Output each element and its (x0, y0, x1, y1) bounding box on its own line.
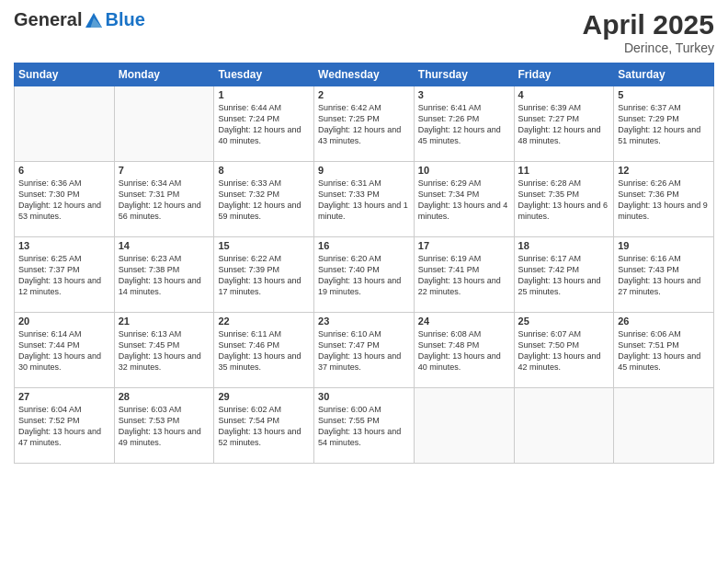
day-number: 19 (618, 240, 710, 251)
calendar-cell: 2Sunrise: 6:42 AM Sunset: 7:25 PM Daylig… (314, 86, 415, 162)
logo-general: General (14, 9, 82, 30)
day-info: Sunrise: 6:03 AM Sunset: 7:53 PM Dayligh… (119, 404, 210, 449)
day-number: 12 (618, 165, 710, 176)
day-info: Sunrise: 6:39 AM Sunset: 7:27 PM Dayligh… (518, 102, 610, 147)
column-header-monday: Monday (114, 63, 214, 86)
day-info: Sunrise: 6:41 AM Sunset: 7:26 PM Dayligh… (418, 102, 510, 147)
day-number: 28 (119, 391, 210, 402)
day-info: Sunrise: 6:02 AM Sunset: 7:54 PM Dayligh… (218, 404, 310, 449)
column-header-tuesday: Tuesday (214, 63, 314, 86)
day-number: 5 (618, 89, 710, 100)
logo-text: GeneralBlue (14, 9, 145, 30)
calendar-cell: 23Sunrise: 6:10 AM Sunset: 7:47 PM Dayli… (314, 313, 415, 388)
day-info: Sunrise: 6:28 AM Sunset: 7:35 PM Dayligh… (518, 178, 610, 223)
day-info: Sunrise: 6:04 AM Sunset: 7:52 PM Dayligh… (18, 404, 110, 449)
calendar-cell: 15Sunrise: 6:22 AM Sunset: 7:39 PM Dayli… (214, 237, 314, 313)
calendar-cell: 19Sunrise: 6:16 AM Sunset: 7:43 PM Dayli… (614, 237, 714, 313)
calendar-cell (114, 86, 214, 162)
day-number: 1 (218, 89, 310, 100)
calendar-cell: 17Sunrise: 6:19 AM Sunset: 7:41 PM Dayli… (414, 237, 514, 313)
calendar-cell (15, 86, 115, 162)
day-info: Sunrise: 6:20 AM Sunset: 7:40 PM Dayligh… (318, 253, 410, 298)
calendar-cell: 13Sunrise: 6:25 AM Sunset: 7:37 PM Dayli… (15, 237, 115, 313)
day-info: Sunrise: 6:23 AM Sunset: 7:38 PM Dayligh… (119, 253, 210, 298)
day-number: 3 (418, 89, 510, 100)
day-number: 14 (119, 240, 210, 251)
week-row-3: 13Sunrise: 6:25 AM Sunset: 7:37 PM Dayli… (15, 237, 714, 313)
calendar-cell: 7Sunrise: 6:34 AM Sunset: 7:31 PM Daylig… (114, 162, 214, 237)
day-number: 30 (318, 391, 410, 402)
day-number: 26 (618, 316, 710, 327)
column-header-saturday: Saturday (614, 63, 714, 86)
logo: GeneralBlue (14, 9, 145, 30)
day-info: Sunrise: 6:22 AM Sunset: 7:39 PM Dayligh… (218, 253, 310, 298)
day-number: 20 (18, 316, 110, 327)
calendar-cell: 16Sunrise: 6:20 AM Sunset: 7:40 PM Dayli… (314, 237, 415, 313)
calendar-cell: 4Sunrise: 6:39 AM Sunset: 7:27 PM Daylig… (514, 86, 614, 162)
column-header-wednesday: Wednesday (314, 63, 415, 86)
day-info: Sunrise: 6:29 AM Sunset: 7:34 PM Dayligh… (418, 178, 510, 223)
day-number: 11 (518, 165, 610, 176)
calendar-cell: 1Sunrise: 6:44 AM Sunset: 7:24 PM Daylig… (214, 86, 314, 162)
day-info: Sunrise: 6:16 AM Sunset: 7:43 PM Dayligh… (618, 253, 710, 298)
calendar-cell: 3Sunrise: 6:41 AM Sunset: 7:26 PM Daylig… (414, 86, 514, 162)
day-number: 9 (318, 165, 410, 176)
day-info: Sunrise: 6:07 AM Sunset: 7:50 PM Dayligh… (518, 328, 610, 373)
day-info: Sunrise: 6:13 AM Sunset: 7:45 PM Dayligh… (119, 328, 210, 373)
day-number: 25 (518, 316, 610, 327)
column-header-sunday: Sunday (15, 63, 115, 86)
week-row-4: 20Sunrise: 6:14 AM Sunset: 7:44 PM Dayli… (15, 313, 714, 388)
day-info: Sunrise: 6:26 AM Sunset: 7:36 PM Dayligh… (618, 178, 710, 223)
calendar-cell (514, 388, 614, 464)
day-info: Sunrise: 6:00 AM Sunset: 7:55 PM Dayligh… (318, 404, 410, 449)
week-row-2: 6Sunrise: 6:36 AM Sunset: 7:30 PM Daylig… (15, 162, 714, 237)
day-number: 18 (518, 240, 610, 251)
day-info: Sunrise: 6:44 AM Sunset: 7:24 PM Dayligh… (218, 102, 310, 147)
header: GeneralBlue April 2025 Derince, Turkey (14, 9, 714, 55)
calendar-cell: 14Sunrise: 6:23 AM Sunset: 7:38 PM Dayli… (114, 237, 214, 313)
title-block: April 2025 Derince, Turkey (583, 9, 714, 55)
calendar: SundayMondayTuesdayWednesdayThursdayFrid… (14, 63, 714, 464)
day-number: 10 (418, 165, 510, 176)
calendar-cell: 27Sunrise: 6:04 AM Sunset: 7:52 PM Dayli… (15, 388, 115, 464)
day-number: 8 (218, 165, 310, 176)
day-info: Sunrise: 6:19 AM Sunset: 7:41 PM Dayligh… (418, 253, 510, 298)
day-info: Sunrise: 6:36 AM Sunset: 7:30 PM Dayligh… (18, 178, 110, 223)
day-info: Sunrise: 6:17 AM Sunset: 7:42 PM Dayligh… (518, 253, 610, 298)
calendar-cell: 10Sunrise: 6:29 AM Sunset: 7:34 PM Dayli… (414, 162, 514, 237)
day-info: Sunrise: 6:34 AM Sunset: 7:31 PM Dayligh… (119, 178, 210, 223)
day-number: 22 (218, 316, 310, 327)
calendar-cell: 6Sunrise: 6:36 AM Sunset: 7:30 PM Daylig… (15, 162, 115, 237)
calendar-cell: 30Sunrise: 6:00 AM Sunset: 7:55 PM Dayli… (314, 388, 415, 464)
day-info: Sunrise: 6:37 AM Sunset: 7:29 PM Dayligh… (618, 102, 710, 147)
calendar-cell: 26Sunrise: 6:06 AM Sunset: 7:51 PM Dayli… (614, 313, 714, 388)
calendar-cell (614, 388, 714, 464)
calendar-cell: 24Sunrise: 6:08 AM Sunset: 7:48 PM Dayli… (414, 313, 514, 388)
column-header-friday: Friday (514, 63, 614, 86)
calendar-cell: 5Sunrise: 6:37 AM Sunset: 7:29 PM Daylig… (614, 86, 714, 162)
calendar-cell: 18Sunrise: 6:17 AM Sunset: 7:42 PM Dayli… (514, 237, 614, 313)
logo-blue: Blue (105, 9, 144, 30)
calendar-cell: 9Sunrise: 6:31 AM Sunset: 7:33 PM Daylig… (314, 162, 415, 237)
day-number: 7 (119, 165, 210, 176)
day-number: 17 (418, 240, 510, 251)
day-info: Sunrise: 6:33 AM Sunset: 7:32 PM Dayligh… (218, 178, 310, 223)
column-header-thursday: Thursday (414, 63, 514, 86)
day-number: 23 (318, 316, 410, 327)
calendar-cell: 28Sunrise: 6:03 AM Sunset: 7:53 PM Dayli… (114, 388, 214, 464)
day-number: 4 (518, 89, 610, 100)
calendar-cell: 22Sunrise: 6:11 AM Sunset: 7:46 PM Dayli… (214, 313, 314, 388)
day-number: 15 (218, 240, 310, 251)
day-number: 6 (18, 165, 110, 176)
week-row-5: 27Sunrise: 6:04 AM Sunset: 7:52 PM Dayli… (15, 388, 714, 464)
calendar-header-row: SundayMondayTuesdayWednesdayThursdayFrid… (15, 63, 714, 86)
day-number: 2 (318, 89, 410, 100)
calendar-cell: 21Sunrise: 6:13 AM Sunset: 7:45 PM Dayli… (114, 313, 214, 388)
day-info: Sunrise: 6:06 AM Sunset: 7:51 PM Dayligh… (618, 328, 710, 373)
calendar-cell: 11Sunrise: 6:28 AM Sunset: 7:35 PM Dayli… (514, 162, 614, 237)
day-number: 24 (418, 316, 510, 327)
week-row-1: 1Sunrise: 6:44 AM Sunset: 7:24 PM Daylig… (15, 86, 714, 162)
calendar-cell: 12Sunrise: 6:26 AM Sunset: 7:36 PM Dayli… (614, 162, 714, 237)
calendar-cell (414, 388, 514, 464)
day-number: 27 (18, 391, 110, 402)
